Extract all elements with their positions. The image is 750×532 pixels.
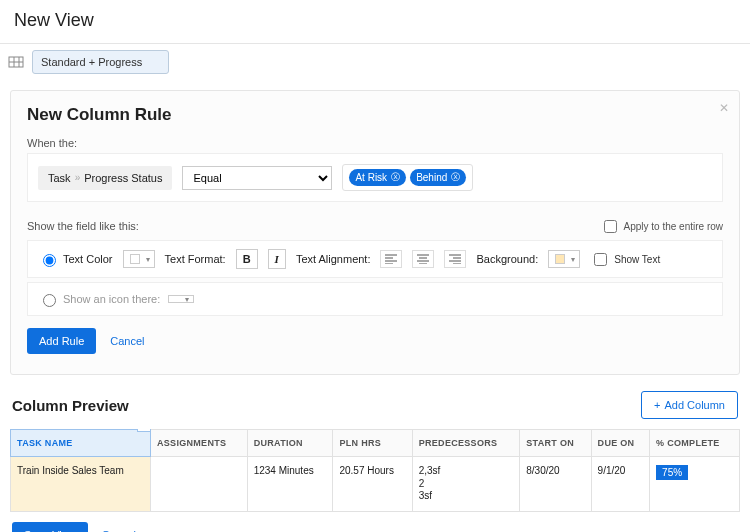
- col-assignments[interactable]: ASSIGNMENTS: [151, 430, 248, 457]
- col-predecessors[interactable]: PREDECESSORS: [412, 430, 520, 457]
- field-selector[interactable]: Task » Progress Status: [38, 166, 172, 190]
- show-text-checkbox[interactable]: [594, 253, 607, 266]
- add-column-button[interactable]: + Add Column: [641, 391, 738, 419]
- value-tag-input[interactable]: At Riskⓧ Behindⓧ: [342, 164, 473, 191]
- operator-select[interactable]: Equal: [182, 166, 332, 190]
- cancel-rule-link[interactable]: Cancel: [110, 335, 144, 347]
- show-icon-label: Show an icon there:: [63, 293, 160, 305]
- add-column-label: Add Column: [664, 399, 725, 411]
- text-color-dropdown[interactable]: ▾: [123, 250, 155, 268]
- align-center-button[interactable]: [412, 250, 434, 268]
- tag-behind[interactable]: Behindⓧ: [410, 169, 466, 186]
- remove-tag-icon[interactable]: ⓧ: [451, 173, 460, 182]
- italic-button[interactable]: I: [268, 249, 286, 269]
- remove-tag-icon[interactable]: ⓧ: [391, 173, 400, 182]
- page-title: New View: [0, 0, 750, 43]
- add-rule-button[interactable]: Add Rule: [27, 328, 96, 354]
- cell-task-name: Train Inside Sales Team: [11, 457, 151, 512]
- cell-start-on: 8/30/20: [520, 457, 591, 512]
- icon-dropdown[interactable]: ▾: [168, 295, 194, 303]
- text-align-label: Text Alignment:: [296, 253, 371, 265]
- cell-duration: 1234 Minutes: [247, 457, 333, 512]
- pct-complete-badge: 75%: [656, 465, 688, 480]
- text-color-radio[interactable]: Text Color: [38, 251, 113, 267]
- cell-assignments: [151, 457, 248, 512]
- chevron-down-icon: ▾: [571, 255, 575, 264]
- show-text-check[interactable]: Show Text: [590, 250, 660, 269]
- preview-table: × TASK NAME ASSIGNMENTS DURATION PLN HRS…: [10, 429, 740, 512]
- preview-header: Column Preview + Add Column: [0, 383, 750, 423]
- footer-actions: Save View Cancel: [0, 512, 750, 533]
- field-part: Progress Status: [84, 172, 162, 184]
- preview-table-wrap: × TASK NAME ASSIGNMENTS DURATION PLN HRS…: [10, 429, 740, 512]
- view-name-select[interactable]: Standard + Progress: [32, 50, 169, 74]
- chevron-down-icon: ▾: [146, 255, 150, 264]
- cell-pct-complete: 75%: [650, 457, 740, 512]
- background-label: Background:: [476, 253, 538, 265]
- col-task-name[interactable]: × TASK NAME: [11, 430, 151, 457]
- chevron-down-icon: ▾: [185, 295, 189, 304]
- apply-row-label: Apply to the entire row: [624, 221, 724, 232]
- col-start-on[interactable]: START ON: [520, 430, 591, 457]
- plus-icon: +: [654, 399, 660, 411]
- cancel-view-link[interactable]: Cancel: [102, 529, 136, 533]
- apply-entire-row-check[interactable]: Apply to the entire row: [600, 217, 724, 236]
- chevron-right-icon: »: [75, 172, 81, 183]
- color-swatch-icon: [130, 254, 140, 264]
- icon-option-row: Show an icon there: ▾: [27, 282, 723, 316]
- close-icon[interactable]: ✕: [719, 101, 729, 115]
- panel-title: New Column Rule: [27, 105, 723, 125]
- col-duration[interactable]: DURATION: [247, 430, 333, 457]
- view-name-label: Standard + Progress: [41, 56, 142, 68]
- color-swatch-icon: [555, 254, 565, 264]
- tag-at-risk[interactable]: At Riskⓧ: [349, 169, 406, 186]
- col-pct-complete[interactable]: % COMPLETE: [650, 430, 740, 457]
- align-right-button[interactable]: [444, 250, 466, 268]
- col-due-on[interactable]: DUE ON: [591, 430, 649, 457]
- format-row: Text Color ▾ Text Format: B I Text Align…: [27, 240, 723, 278]
- table-row: Train Inside Sales Team 1234 Minutes 20.…: [11, 457, 740, 512]
- col-pln-hrs[interactable]: PLN HRS: [333, 430, 412, 457]
- format-mode-radio[interactable]: [43, 294, 56, 307]
- show-text-label: Show Text: [614, 254, 660, 265]
- apply-row-checkbox[interactable]: [604, 220, 617, 233]
- save-view-button[interactable]: Save View: [12, 522, 88, 533]
- align-left-button[interactable]: [380, 250, 402, 268]
- text-format-label: Text Format:: [165, 253, 226, 265]
- when-label: When the:: [27, 137, 723, 149]
- preview-title: Column Preview: [12, 397, 129, 414]
- table-header-row: × TASK NAME ASSIGNMENTS DURATION PLN HRS…: [11, 430, 740, 457]
- bold-button[interactable]: B: [236, 249, 258, 269]
- show-field-label: Show the field like this:: [27, 220, 139, 232]
- rule-actions: Add Rule Cancel: [27, 328, 723, 354]
- condition-row: Task » Progress Status Equal At Riskⓧ Be…: [27, 153, 723, 202]
- toolbar: Standard + Progress: [0, 44, 750, 80]
- show-icon-radio[interactable]: Show an icon there:: [38, 291, 160, 307]
- remove-column-icon[interactable]: ×: [137, 429, 151, 432]
- field-part: Task: [48, 172, 71, 184]
- background-dropdown[interactable]: ▾: [548, 250, 580, 268]
- text-color-label: Text Color: [63, 253, 113, 265]
- cell-due-on: 9/1/20: [591, 457, 649, 512]
- rule-panel: ✕ New Column Rule When the: Task » Progr…: [10, 90, 740, 375]
- format-mode-radio[interactable]: [43, 254, 56, 267]
- cell-predecessors: 2,3sf 2 3sf: [412, 457, 520, 512]
- cell-pln-hrs: 20.57 Hours: [333, 457, 412, 512]
- grid-icon[interactable]: [8, 54, 24, 70]
